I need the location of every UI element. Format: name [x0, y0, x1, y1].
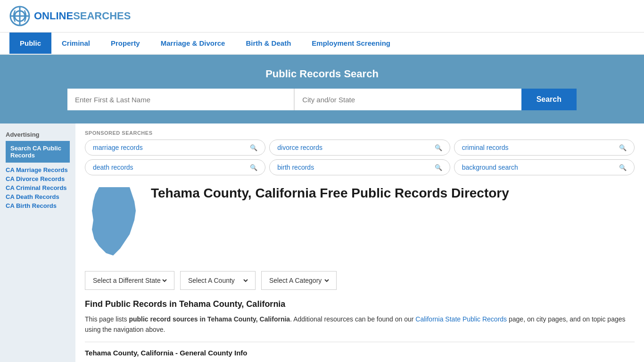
search-tags: marriage records 🔍 divorce records 🔍 cri…	[85, 140, 635, 175]
county-select[interactable]: Select A County	[186, 276, 249, 285]
search-icon-3: 🔍	[250, 164, 257, 171]
search-icon-4: 🔍	[435, 164, 442, 171]
sidebar-link-birth[interactable]: CA Birth Records	[6, 202, 70, 209]
location-input[interactable]	[294, 89, 521, 110]
nav-item-marriage-divorce[interactable]: Marriage & Divorce	[150, 33, 236, 54]
county-title-wrapper: Tehama County, California Free Public Re…	[151, 185, 509, 262]
nav-item-employment[interactable]: Employment Screening	[301, 33, 401, 54]
nav-item-criminal[interactable]: Criminal	[51, 33, 100, 54]
county-section: Tehama County, California Free Public Re…	[85, 185, 635, 262]
state-select[interactable]: Select a Different State	[91, 276, 168, 285]
main-container: Advertising Search CA Public Records CA …	[0, 123, 644, 362]
tag-background-search[interactable]: background search 🔍	[454, 159, 635, 175]
logo[interactable]: ONLINESEARCHES	[9, 6, 131, 26]
find-title: Find Public Records in Tehama County, Ca…	[85, 299, 635, 309]
search-icon-1: 🔍	[435, 144, 442, 151]
main-nav: Public Criminal Property Marriage & Divo…	[0, 33, 644, 55]
category-dropdown[interactable]: Select A Category	[261, 271, 337, 290]
search-button[interactable]: Search	[521, 89, 577, 110]
search-hero-title: Public Records Search	[9, 68, 635, 80]
site-header: ONLINESEARCHES	[0, 0, 644, 33]
nav-item-property[interactable]: Property	[100, 33, 150, 54]
sidebar-ad-box[interactable]: Search CA Public Records	[6, 141, 70, 163]
name-input[interactable]	[67, 89, 294, 110]
find-text: This page lists public record sources in…	[85, 314, 635, 335]
search-icon-0: 🔍	[250, 144, 257, 151]
general-info-title: Tehama County, California - General Coun…	[85, 349, 635, 357]
search-hero: Public Records Search Search	[0, 55, 644, 123]
nav-item-birth-death[interactable]: Birth & Death	[235, 33, 301, 54]
sidebar-link-criminal[interactable]: CA Criminal Records	[6, 184, 70, 191]
tag-birth-records[interactable]: birth records 🔍	[269, 159, 450, 175]
search-icon-5: 🔍	[619, 164, 627, 171]
search-icon-2: 🔍	[619, 144, 627, 151]
sidebar-link-death[interactable]: CA Death Records	[6, 193, 70, 200]
sponsored-label: SPONSORED SEARCHES	[85, 130, 635, 136]
ca-state-records-link[interactable]: California State Public Records	[415, 315, 507, 323]
state-dropdown[interactable]: Select a Different State	[85, 271, 174, 290]
section-divider	[85, 342, 635, 342]
category-select[interactable]: Select A Category	[267, 276, 330, 285]
county-dropdown[interactable]: Select A County	[180, 271, 256, 290]
sidebar: Advertising Search CA Public Records CA …	[0, 123, 75, 362]
sidebar-advertising-label: Advertising	[6, 131, 70, 138]
california-map	[85, 185, 141, 262]
county-title: Tehama County, California Free Public Re…	[151, 185, 509, 202]
logo-text: ONLINESEARCHES	[34, 10, 131, 22]
dropdowns: Select a Different State Select A County…	[85, 271, 635, 290]
tag-death-records[interactable]: death records 🔍	[85, 159, 265, 175]
sidebar-link-divorce[interactable]: CA Divorce Records	[6, 175, 70, 182]
search-form: Search	[67, 89, 577, 110]
sidebar-link-marriage[interactable]: CA Marriage Records	[6, 166, 70, 173]
main-content: SPONSORED SEARCHES marriage records 🔍 di…	[75, 123, 644, 362]
tag-marriage-records[interactable]: marriage records 🔍	[85, 140, 265, 156]
tag-criminal-records[interactable]: criminal records 🔍	[454, 140, 635, 156]
tag-divorce-records[interactable]: divorce records 🔍	[269, 140, 450, 156]
nav-item-public[interactable]: Public	[9, 33, 51, 54]
logo-icon	[9, 6, 30, 26]
